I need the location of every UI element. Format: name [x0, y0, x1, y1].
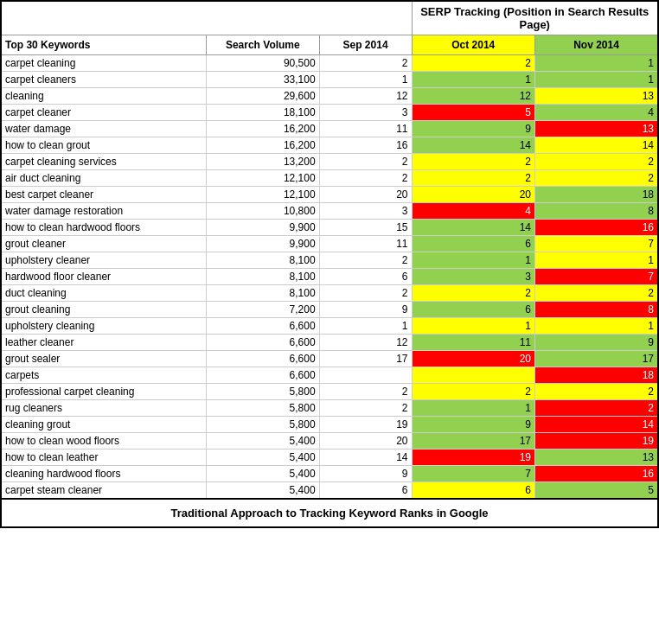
- volume-cell: 13,200: [207, 154, 320, 170]
- table-row: best carpet cleaner12,100202018: [1, 187, 658, 203]
- volume-cell: 5,400: [207, 450, 320, 466]
- keyword-cell: how to clean leather: [1, 450, 207, 466]
- empty-header: [1, 1, 412, 35]
- volume-cell: 29,600: [207, 88, 320, 105]
- volume-cell: 5,400: [207, 482, 320, 500]
- nov-cell: 13: [535, 450, 659, 466]
- nov-cell: 18: [535, 187, 659, 203]
- nov-cell: 19: [535, 433, 659, 450]
- keyword-cell: carpet cleaners: [1, 72, 207, 88]
- col-header-sep: Sep 2014: [319, 35, 412, 55]
- volume-cell: 12,100: [207, 170, 320, 187]
- nov-cell: 1: [535, 72, 659, 88]
- sep-cell: 11: [319, 121, 412, 137]
- sep-cell: 20: [319, 187, 412, 203]
- volume-cell: 5,400: [207, 433, 320, 450]
- nov-cell: 2: [535, 170, 659, 187]
- volume-cell: 90,500: [207, 55, 320, 72]
- nov-cell: 13: [535, 88, 659, 105]
- oct-cell: 11: [412, 335, 535, 351]
- volume-cell: 6,600: [207, 367, 320, 384]
- table-row: cleaning29,600121213: [1, 88, 658, 105]
- nov-cell: 2: [535, 154, 659, 170]
- nov-cell: 4: [535, 105, 659, 121]
- nov-cell: 16: [535, 466, 659, 482]
- volume-cell: 8,100: [207, 269, 320, 285]
- keyword-cell: carpet steam cleaner: [1, 482, 207, 500]
- oct-cell: 7: [412, 466, 535, 482]
- keyword-cell: rug cleaners: [1, 400, 207, 417]
- oct-cell: 6: [412, 302, 535, 318]
- volume-cell: 5,400: [207, 466, 320, 482]
- table-row: professional carpet cleaning5,800222: [1, 384, 658, 400]
- volume-cell: 8,100: [207, 252, 320, 269]
- col-header-nov: Nov 2014: [535, 35, 659, 55]
- table-row: upholstery cleaning6,600111: [1, 318, 658, 335]
- volume-cell: 6,600: [207, 351, 320, 367]
- footer-text: Traditional Approach to Tracking Keyword…: [1, 499, 658, 527]
- nov-cell: 16: [535, 220, 659, 236]
- table-row: carpet steam cleaner5,400665: [1, 482, 658, 500]
- keyword-cell: air duct cleaning: [1, 170, 207, 187]
- keyword-cell: water damage: [1, 121, 207, 137]
- table-row: carpet cleaner18,100354: [1, 105, 658, 121]
- oct-cell: 5: [412, 105, 535, 121]
- sep-cell: 1: [319, 72, 412, 88]
- nov-cell: 8: [535, 203, 659, 220]
- nov-cell: 5: [535, 482, 659, 500]
- serp-tracking-table: SERP Tracking (Position in Search Result…: [0, 0, 659, 528]
- keyword-cell: upholstery cleaning: [1, 318, 207, 335]
- volume-cell: 8,100: [207, 285, 320, 302]
- table-row: air duct cleaning12,100222: [1, 170, 658, 187]
- table-row: grout cleaner9,9001167: [1, 236, 658, 252]
- sep-cell: 11: [319, 236, 412, 252]
- nov-cell: 17: [535, 351, 659, 367]
- sep-cell: 16: [319, 137, 412, 154]
- nov-cell: 2: [535, 285, 659, 302]
- sep-cell: 20: [319, 433, 412, 450]
- keyword-cell: grout cleaner: [1, 236, 207, 252]
- sep-cell: 2: [319, 285, 412, 302]
- keyword-cell: upholstery cleaner: [1, 252, 207, 269]
- keyword-cell: cleaning: [1, 88, 207, 105]
- table-row: carpets6,60018: [1, 367, 658, 384]
- volume-cell: 7,200: [207, 302, 320, 318]
- volume-cell: 9,900: [207, 236, 320, 252]
- table-row: water damage restoration10,800348: [1, 203, 658, 220]
- table-row: leather cleaner6,60012119: [1, 335, 658, 351]
- nov-cell: 2: [535, 400, 659, 417]
- keyword-cell: hardwood floor cleaner: [1, 269, 207, 285]
- oct-cell: 20: [412, 187, 535, 203]
- keyword-cell: professional carpet cleaning: [1, 384, 207, 400]
- main-header-row: SERP Tracking (Position in Search Result…: [1, 1, 658, 35]
- table-body: carpet cleaning90,500221carpet cleaners3…: [1, 55, 658, 500]
- oct-cell: 20: [412, 351, 535, 367]
- sep-cell: 6: [319, 269, 412, 285]
- oct-cell: 6: [412, 482, 535, 500]
- keyword-cell: cleaning hardwood floors: [1, 466, 207, 482]
- serp-tracking-header: SERP Tracking (Position in Search Result…: [412, 1, 658, 35]
- oct-cell: 1: [412, 252, 535, 269]
- keyword-cell: leather cleaner: [1, 335, 207, 351]
- table-row: how to clean leather5,400141913: [1, 450, 658, 466]
- sep-cell: [319, 367, 412, 384]
- table-row: hardwood floor cleaner8,100637: [1, 269, 658, 285]
- nov-cell: 14: [535, 417, 659, 433]
- volume-cell: 5,800: [207, 384, 320, 400]
- sep-cell: 3: [319, 105, 412, 121]
- volume-cell: 6,600: [207, 318, 320, 335]
- sep-cell: 9: [319, 302, 412, 318]
- oct-cell: 4: [412, 203, 535, 220]
- volume-cell: 16,200: [207, 137, 320, 154]
- keyword-cell: how to clean hardwood floors: [1, 220, 207, 236]
- table-row: grout cleaning7,200968: [1, 302, 658, 318]
- oct-cell: 17: [412, 433, 535, 450]
- oct-cell: 19: [412, 450, 535, 466]
- sep-cell: 1: [319, 318, 412, 335]
- oct-cell: 2: [412, 384, 535, 400]
- keyword-cell: how to clean grout: [1, 137, 207, 154]
- oct-cell: [412, 367, 535, 384]
- sep-cell: 2: [319, 154, 412, 170]
- keyword-cell: grout sealer: [1, 351, 207, 367]
- table-row: how to clean grout16,200161414: [1, 137, 658, 154]
